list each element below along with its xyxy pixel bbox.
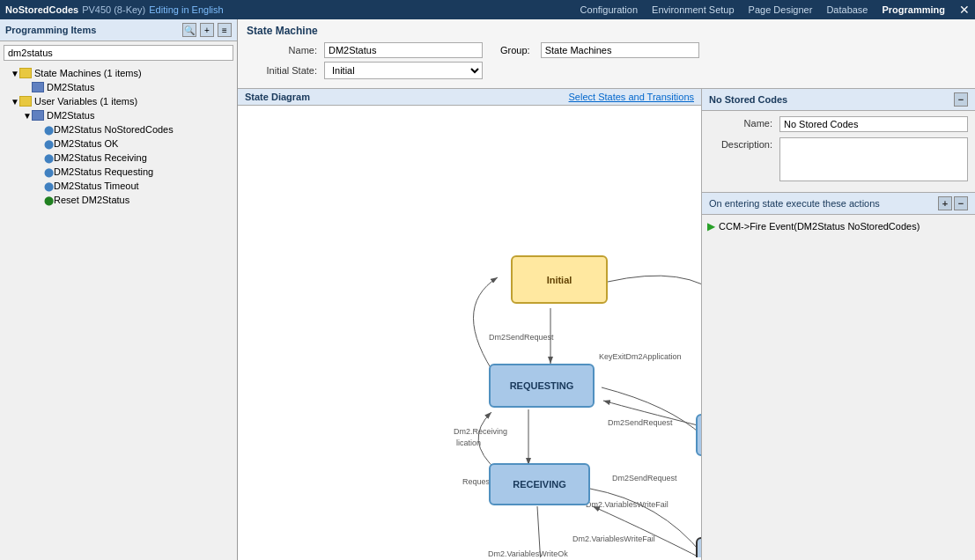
play-icon: ▶ (707, 220, 715, 232)
ok-label: DM2Status OK (54, 138, 118, 149)
main-layout: Programming Items 🔍 + ≡ ▼ State Machines… (0, 19, 975, 560)
sm-config: State Machine Name: Group: Initial State… (238, 19, 975, 89)
panel-title: Programming Items (5, 25, 96, 35)
dm2status-uv-label: DM2Status (47, 110, 94, 121)
state-icon-3: ⬤ (44, 153, 54, 163)
right-props: No Stored Codes − Name: Description: (702, 89, 975, 560)
group-input[interactable] (541, 42, 699, 58)
timeout-label: DM2Status Timeout (54, 181, 139, 191)
tree-item-dm2status-sm[interactable]: DM2Status (0, 80, 237, 94)
nostoredcodes-label: DM2Status NoStoredCodes (54, 124, 174, 135)
folder-icon (19, 68, 32, 78)
diagram-title: State Diagram (245, 92, 310, 102)
tree-item-timeout[interactable]: ⬤ DM2Status Timeout (0, 179, 237, 193)
state-icon-6: ⬤ (44, 195, 54, 205)
sm-icon (32, 82, 44, 92)
nav-page-designer[interactable]: Page Designer (749, 4, 813, 15)
state-icon-5: ⬤ (44, 181, 54, 191)
nav-programming[interactable]: Programming (882, 4, 945, 15)
nav-database[interactable]: Database (826, 4, 868, 15)
left-panel: Programming Items 🔍 + ≡ ▼ State Machines… (0, 19, 238, 560)
group-label: Group: (500, 45, 530, 55)
name-row: Name: Group: (247, 42, 966, 58)
actions-header: On entering state execute these actions … (702, 193, 975, 215)
menu-icon[interactable]: ≡ (218, 23, 232, 37)
state-diagram: State Diagram Select States and Transiti… (238, 89, 702, 560)
nav-environment-setup[interactable]: Environment Setup (652, 4, 735, 15)
actions-list: ▶ CCM->Fire Event(DM2Status NoStoredCode… (702, 215, 975, 238)
search-icon[interactable]: 🔍 (182, 23, 196, 37)
app-name: NoStoredCodes (5, 4, 78, 15)
sm-icon-2 (32, 110, 44, 121)
tree-item-dm2status-uv[interactable]: ▼ DM2Status (0, 108, 237, 122)
arrow-label-request: Request (462, 477, 492, 486)
select-states-link[interactable]: Select States and Transitions (569, 92, 694, 102)
props-desc-label: Description: (709, 137, 779, 150)
state-icon-2: ⬤ (44, 139, 54, 149)
receiving-label: DM2Status Receiving (54, 152, 147, 163)
sm-folder-label: State Machines (1 items) (34, 68, 142, 78)
arrow-label-dm2send3: Dm2SendRequest (612, 474, 677, 483)
action-label-1: CCM->Fire Event(DM2Status NoStoredCodes) (719, 221, 920, 232)
name-input[interactable] (324, 42, 483, 58)
arrow-label-writefix: Dm2.VariablesWriteFail (586, 500, 668, 509)
sm-config-title: State Machine (247, 25, 966, 37)
props-name-input[interactable] (779, 116, 968, 132)
tree-item-sm-folder[interactable]: ▼ State Machines (1 items) (0, 66, 237, 80)
title-bar: NoStoredCodes PV450 (8-Key) Editing in E… (0, 0, 975, 19)
expand-dm2status-uv[interactable]: ▼ (23, 111, 32, 121)
panel-icons: 🔍 + ≡ (182, 23, 232, 37)
tree-item-receiving[interactable]: ⬤ DM2Status Receiving (0, 151, 237, 165)
left-panel-header: Programming Items 🔍 + ≡ (0, 19, 237, 41)
uv-folder-icon (19, 96, 32, 107)
props-title: No Stored Codes (709, 94, 787, 105)
close-button[interactable]: ✕ (959, 3, 970, 17)
props-desc-textarea[interactable] (779, 137, 968, 181)
search-input[interactable] (4, 45, 233, 61)
name-label: Name: (247, 45, 317, 55)
requesting-label: DM2Status Requesting (54, 166, 153, 177)
action-item-1[interactable]: ▶ CCM->Fire Event(DM2Status NoStoredCode… (707, 218, 970, 234)
state-requesting[interactable]: REQUESTING (489, 364, 595, 408)
right-area: State Machine Name: Group: Initial State… (238, 19, 975, 560)
props-desc-row: Description: (709, 137, 968, 181)
tree-item-nostoredcodes[interactable]: ⬤ DM2Status NoStoredCodes (0, 122, 237, 136)
add-icon[interactable]: + (200, 23, 214, 37)
diagram-canvas[interactable]: Dm2SendRequest Dm2.Receiving lication Re… (238, 106, 701, 557)
state-receiving[interactable]: RECEIVING (489, 463, 590, 505)
state-nostoredcodes[interactable]: No Stored Codes (696, 537, 701, 557)
tree-item-uv-folder[interactable]: ▼ User Variables (1 items) (0, 94, 237, 108)
state-icon-4: ⬤ (44, 167, 54, 177)
edit-label[interactable]: Editing in English (149, 4, 223, 15)
initial-state-row: Initial State: Initial (247, 62, 966, 79)
initial-state-label: Initial State: (247, 65, 317, 76)
props-name-row: Name: (709, 116, 968, 132)
search-box (4, 45, 233, 61)
reset-label: Reset DM2Status (54, 195, 129, 205)
initial-state-select[interactable]: Initial (324, 62, 483, 79)
props-minus-btn[interactable]: − (954, 92, 968, 107)
uv-folder-label: User Variables (1 items) (34, 96, 137, 107)
tree-item-ok[interactable]: ⬤ DM2Status OK (0, 136, 237, 151)
state-initial[interactable]: Initial (511, 255, 608, 304)
tree-item-requesting[interactable]: ⬤ DM2Status Requesting (0, 165, 237, 179)
actions-panel: On entering state execute these actions … (702, 192, 975, 560)
expand-sm-folder[interactable]: ▼ (11, 69, 19, 78)
arrow-label-lication: lication (456, 438, 481, 447)
props-form: Name: Description: (702, 111, 975, 192)
state-timeout[interactable]: TIMEOUT (696, 414, 701, 456)
state-icon-1: ⬤ (44, 125, 54, 135)
arrow-label-1: Dm2SendRequest (489, 333, 554, 342)
arrows-svg (238, 106, 701, 557)
device-label: PV450 (8-Key) (82, 4, 145, 15)
arrow-label-receiving: Dm2.Receiving (454, 427, 507, 436)
title-left: NoStoredCodes PV450 (8-Key) Editing in E… (5, 4, 224, 15)
tree-item-reset[interactable]: ⬤ Reset DM2Status (0, 193, 237, 207)
arrow-label-dm2send2: Dm2SendRequest (608, 418, 673, 427)
nav-configuration[interactable]: Configuration (580, 4, 638, 15)
props-name-label: Name: (709, 116, 779, 129)
actions-plus-btn[interactable]: + (938, 196, 952, 210)
diagram-header: State Diagram Select States and Transiti… (238, 89, 701, 106)
expand-uv-folder[interactable]: ▼ (11, 97, 19, 107)
actions-minus-btn[interactable]: − (954, 196, 968, 210)
